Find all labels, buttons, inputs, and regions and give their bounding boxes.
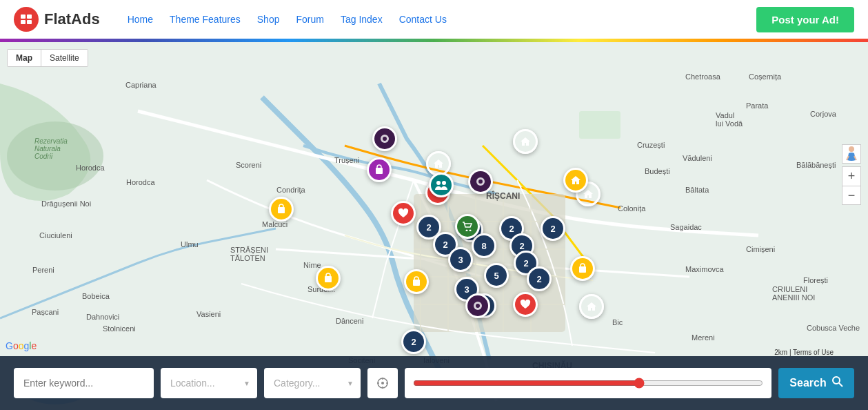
map-marker-cluster[interactable]: 3 (448, 247, 473, 272)
map-marker-house-purple4[interactable] (579, 294, 604, 319)
map-marker-cluster[interactable]: 5 (484, 263, 509, 288)
svg-rect-7 (579, 111, 620, 139)
search-button[interactable]: Search (778, 368, 854, 398)
svg-rect-22 (325, 276, 332, 282)
map-marker-github2[interactable] (468, 169, 493, 194)
zoom-in-button[interactable]: + (842, 166, 861, 186)
svg-line-44 (839, 383, 842, 387)
svg-point-34 (466, 230, 468, 232)
map-marker-cluster[interactable]: 2 (401, 329, 426, 354)
map-marker-bag-yellow2[interactable] (316, 266, 341, 291)
zoom-out-button[interactable]: − (842, 186, 861, 205)
logo-icon (14, 7, 39, 32)
range-slider[interactable] (413, 378, 763, 389)
search-label: Search (789, 377, 826, 389)
svg-rect-24 (579, 266, 586, 273)
svg-rect-0 (21, 14, 26, 19)
svg-point-27 (383, 137, 387, 141)
location-select[interactable]: Location... (161, 368, 257, 398)
google-logo: Google (6, 339, 47, 355)
header: FlatAds Home Theme Features Shop Forum T… (0, 0, 868, 39)
svg-point-18 (849, 146, 854, 152)
map-marker-github[interactable] (372, 126, 397, 151)
zoom-controls: + − (842, 166, 861, 205)
map-marker-bag-purple[interactable] (367, 157, 392, 182)
location-select-wrapper: Location... ▼ (161, 368, 257, 398)
category-select[interactable]: Category... (264, 368, 361, 398)
logo-area: FlatAds (14, 7, 100, 32)
pegman-control[interactable] (842, 144, 861, 164)
scale-bar: 2km | Terms of Use (774, 349, 834, 356)
color-bar (0, 39, 868, 42)
map-marker-house-yellow[interactable] (563, 168, 588, 193)
category-select-wrapper: Category... ▼ (264, 368, 361, 398)
search-icon (832, 376, 843, 390)
map-marker-heart[interactable] (391, 201, 416, 226)
map-marker-bag-yellow3[interactable] (404, 269, 429, 294)
svg-rect-1 (27, 14, 32, 19)
map-marker-cluster[interactable]: 2 (527, 266, 552, 291)
svg-point-33 (442, 181, 446, 185)
locate-icon (376, 377, 389, 389)
nav-contact-us[interactable]: Contact Us (399, 14, 447, 25)
svg-rect-3 (27, 20, 32, 24)
map-marker-cluster[interactable]: 2 (541, 216, 565, 241)
nav-tag-index[interactable]: Tag Index (341, 14, 383, 25)
svg-point-43 (833, 377, 840, 384)
nav-theme-features[interactable]: Theme Features (170, 14, 241, 25)
svg-rect-23 (413, 280, 420, 286)
nav-shop[interactable]: Shop (257, 14, 280, 25)
main-nav: Home Theme Features Shop Forum Tag Index… (128, 14, 757, 25)
nav-forum[interactable]: Forum (296, 14, 323, 25)
svg-point-35 (470, 230, 472, 232)
map-marker-cart[interactable] (455, 214, 480, 239)
nav-home[interactable]: Home (128, 14, 153, 25)
map-marker-bag-yellow4[interactable] (570, 256, 595, 281)
post-ad-button[interactable]: Post your Ad! (756, 7, 854, 32)
locate-button[interactable] (367, 368, 398, 398)
map-marker-heart2[interactable] (513, 292, 538, 317)
map-marker-bag-yellow[interactable] (269, 197, 294, 222)
map-marker-cluster[interactable]: 8 (472, 233, 496, 258)
svg-rect-21 (278, 207, 285, 213)
search-panel: Location... ▼ Category... ▼ Search (0, 356, 868, 410)
map-marker-house-purple[interactable] (513, 129, 538, 154)
svg-point-29 (478, 179, 483, 184)
map-type-map-button[interactable]: Map (8, 50, 41, 66)
range-container (405, 368, 771, 398)
svg-point-32 (436, 181, 441, 185)
map-marker-people[interactable] (429, 173, 454, 197)
svg-point-17 (7, 121, 103, 191)
svg-point-31 (476, 304, 480, 308)
svg-rect-25 (376, 168, 383, 174)
keyword-input[interactable] (14, 368, 154, 398)
svg-rect-2 (21, 20, 26, 24)
svg-text:Google: Google (6, 340, 37, 351)
map-type-satellite-button[interactable]: Satellite (41, 50, 88, 66)
logo-text: FlatAds (44, 10, 100, 28)
svg-point-42 (381, 382, 384, 384)
map-marker-github3[interactable] (465, 293, 490, 318)
map-container[interactable]: Map Satellite + − Capriana RezervatiaNat… (0, 42, 868, 410)
map-type-controls: Map Satellite (7, 49, 88, 67)
